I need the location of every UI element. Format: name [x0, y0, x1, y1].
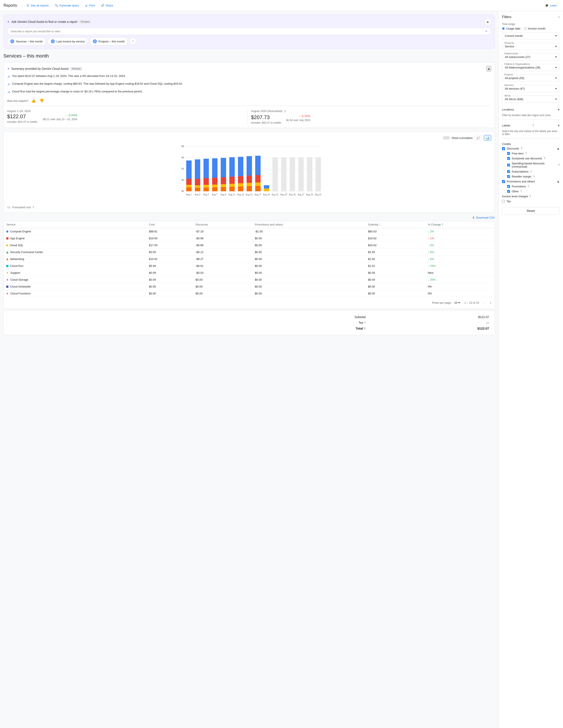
thumbs-down-btn[interactable]: 👎: [38, 98, 45, 104]
reseller-margin-item: Reseller margin ?: [502, 175, 560, 178]
help-icon-other[interactable]: ?: [521, 190, 522, 193]
service-cost: $3.05: [146, 249, 193, 256]
gemini-icon-2: ✦: [7, 67, 10, 70]
svg-rect-25: [195, 185, 200, 188]
summary-collapse-btn[interactable]: ▲: [487, 66, 491, 71]
free-tiers-checkbox[interactable]: [507, 152, 510, 155]
svg-rect-58: [281, 157, 287, 191]
thumbs-up-btn[interactable]: 👍: [30, 98, 37, 104]
print-btn[interactable]: 🖨 Print: [82, 3, 97, 8]
svg-rect-49: [246, 183, 252, 186]
summary-header: ✦ Summary provided by Gemini Cloud Assis…: [7, 66, 491, 71]
discounts-collapse[interactable]: ▲: [557, 147, 560, 150]
service-cost: $17.50: [146, 242, 193, 249]
service-promotions: $0.00: [252, 256, 365, 263]
rows-per-page-select[interactable]: 10 25 50: [453, 301, 461, 305]
reset-btn[interactable]: Reset: [502, 207, 560, 215]
quick-report-services-btn[interactable]: Services – this month: [7, 37, 46, 45]
promotions-item: Promotions ?: [502, 185, 560, 188]
current-month-select[interactable]: Current month: [502, 32, 560, 39]
quick-report-projects-btn[interactable]: Projects – this month: [90, 37, 128, 45]
promotions-others-item: Promotions and others ▲: [502, 180, 560, 183]
help-icon-chart[interactable]: ?: [32, 206, 34, 209]
other-checkbox[interactable]: [507, 190, 510, 193]
promotions-others-checkbox[interactable]: [502, 180, 505, 183]
service-subtotal: $0.56: [365, 269, 425, 276]
svg-rect-46: [238, 187, 243, 191]
tax-invoice-checkbox[interactable]: [502, 200, 505, 203]
svg-point-8: [94, 41, 95, 42]
see-all-reports-btn[interactable]: ☰ See all reports: [24, 3, 51, 8]
sustained-checkbox[interactable]: [507, 157, 510, 160]
service-change: 0%: [425, 290, 495, 297]
svg-rect-26: [195, 188, 200, 191]
th-discounts: Discounts: [193, 221, 252, 228]
credits-header[interactable]: Credits: [502, 141, 560, 147]
svg-text:Aug 11: Aug 11: [228, 193, 235, 196]
sidebar-collapse-btn[interactable]: ›: [558, 15, 560, 19]
metric-forecasted-change-sub: $1.54 over July 2024: [286, 119, 310, 122]
help-icon-tax[interactable]: ?: [364, 321, 366, 324]
quick-report-invoice-btn[interactable]: Last invoice by service: [48, 37, 88, 45]
svg-text:$8: $8: [181, 145, 184, 148]
promotions-checkbox[interactable]: [507, 185, 510, 188]
spending-checkbox[interactable]: [507, 164, 510, 166]
locations-header[interactable]: Locations ▾: [502, 106, 560, 113]
learn-btn[interactable]: 🎓 Learn: [543, 3, 560, 8]
help-icon-reseller[interactable]: ?: [533, 175, 535, 178]
share-btn[interactable]: 🔗 Share: [98, 3, 116, 8]
bar-chart-btn[interactable]: 📊: [484, 135, 491, 141]
service-name-cell: App Engine: [4, 235, 146, 242]
service-name-cell: Compute Engine: [4, 228, 146, 235]
svg-point-5: [52, 41, 53, 42]
help-icon-subscriptions[interactable]: ?: [530, 170, 532, 173]
gemini-title: ✦ Ask Gemini Cloud Assist to find or cre…: [7, 20, 91, 23]
line-chart-btn[interactable]: 📈: [474, 135, 482, 141]
generate-query-btn[interactable]: 🔍 Generate query: [52, 3, 81, 8]
help-icon-sustained[interactable]: ?: [544, 157, 545, 160]
service-change: New: [425, 269, 495, 276]
usage-date-radio[interactable]: [502, 27, 505, 30]
help-icon-discounts[interactable]: ?: [521, 147, 522, 150]
toggle-switch[interactable]: [443, 136, 450, 140]
locations-arrow: ▾: [558, 107, 560, 112]
service-name-cell: Networking: [4, 256, 146, 263]
folders-label: Folders & Organizations: [504, 63, 530, 65]
svg-text:Aug 3: Aug 3: [195, 193, 200, 196]
labels-arrow: ▾: [558, 123, 560, 128]
svg-text:Aug 9: Aug 9: [220, 193, 226, 196]
next-page-btn[interactable]: ›: [489, 300, 492, 306]
svg-rect-62: [316, 157, 321, 191]
help-icon-promotions[interactable]: ?: [528, 185, 529, 188]
promotions-collapse[interactable]: ▲: [557, 180, 560, 183]
help-icon-labels[interactable]: ?: [532, 124, 534, 127]
help-icon-free-tiers[interactable]: ?: [525, 152, 527, 155]
cumulative-toggle[interactable]: Show cumulative: [443, 136, 473, 140]
invoice-month-option[interactable]: Invoice month: [524, 27, 546, 30]
locations-desc: Filter by location data like region and …: [502, 114, 560, 117]
help-icon-total[interactable]: ?: [364, 327, 366, 330]
reseller-checkbox[interactable]: [507, 175, 510, 178]
quick-reports-next-btn[interactable]: ›: [129, 37, 136, 44]
download-csv-btn[interactable]: ⬇ Download CSV: [472, 216, 495, 219]
svg-text:Aug 23: Aug 23: [280, 193, 287, 196]
labels-header[interactable]: Labels ? ▾: [502, 122, 560, 129]
service-name-cell: Cloud SQL: [4, 242, 146, 249]
service-name-cell: ★ Cloud Functions: [4, 290, 146, 297]
help-icon-invoice[interactable]: ?: [529, 195, 531, 198]
prev-page-btn[interactable]: ‹: [483, 300, 486, 306]
subscriptions-checkbox[interactable]: [507, 170, 510, 173]
service-cost: $0.59: [146, 269, 193, 276]
service-subtotal: $0.00: [365, 290, 425, 297]
chart-container: Show cumulative 📈 📊 $8 $6 $4 $2 $0: [3, 131, 495, 213]
help-icon-forecast[interactable]: ?: [284, 110, 286, 113]
usage-date-option[interactable]: Usage date: [502, 27, 521, 30]
help-icon-table[interactable]: ?: [442, 223, 443, 226]
gemini-search-input[interactable]: [11, 30, 485, 33]
discounts-checkbox[interactable]: [502, 147, 505, 150]
help-icon-spending[interactable]: ?: [558, 163, 560, 166]
invoice-month-radio[interactable]: [524, 27, 527, 30]
service-cost: $0.00: [146, 290, 193, 297]
gemini-collapse-btn[interactable]: ▲: [484, 18, 491, 25]
svg-rect-30: [203, 188, 209, 191]
